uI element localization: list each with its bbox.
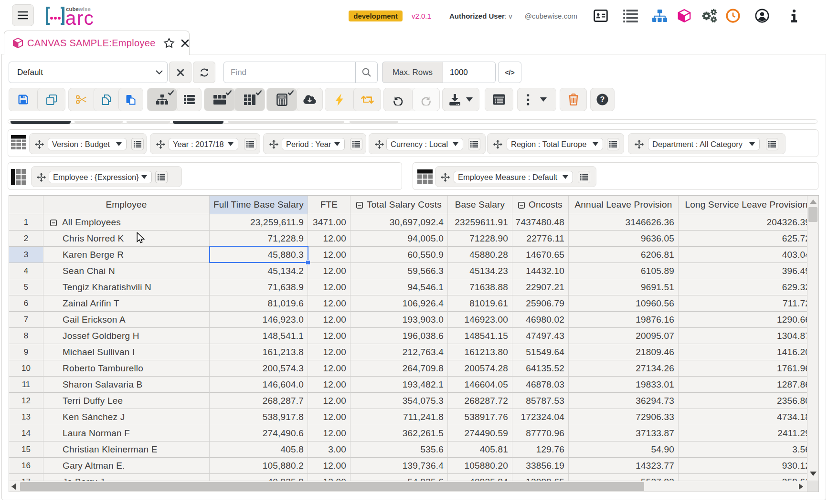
svg-text:arc: arc: [65, 8, 94, 26]
svg-text:?: ?: [600, 95, 605, 104]
